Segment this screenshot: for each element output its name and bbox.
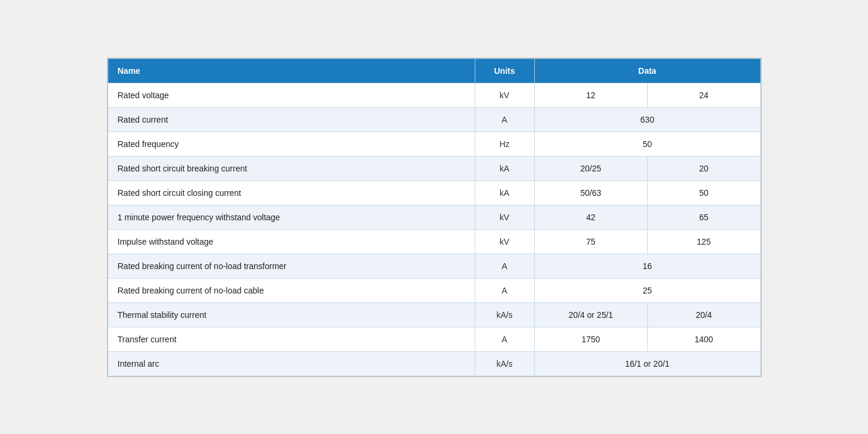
table-row: Rated short circuit breaking currentkA20… [108, 156, 760, 180]
table-row: Rated frequencyHz50 [108, 132, 760, 156]
row-units: A [475, 278, 534, 302]
row-data-right: 1400 [647, 327, 760, 351]
table-row: Rated breaking current of no-load transf… [108, 254, 760, 278]
row-units: kA/s [475, 351, 534, 376]
row-name: Rated frequency [108, 132, 475, 156]
row-data-left: 12 [534, 83, 647, 107]
row-name: Rated short circuit breaking current [108, 156, 475, 180]
header-data: Data [534, 58, 760, 83]
row-data-right: 20/4 [647, 302, 760, 327]
row-data-left: 42 [534, 205, 647, 229]
row-data-right: 50 [647, 180, 760, 205]
row-data-full: 630 [534, 107, 760, 132]
row-units: kV [475, 229, 534, 254]
table-row: Thermal stability currentkA/s20/4 or 25/… [108, 302, 760, 327]
row-data-right: 20 [647, 156, 760, 180]
row-name: Rated current [108, 107, 475, 132]
row-name: Internal arc [108, 351, 475, 376]
row-data-right: 65 [647, 205, 760, 229]
row-data-full: 16 [534, 254, 760, 278]
row-data-right: 125 [647, 229, 760, 254]
row-data-left: 1750 [534, 327, 647, 351]
table-row: Impulse withstand voltagekV75125 [108, 229, 760, 254]
row-name: Thermal stability current [108, 302, 475, 327]
row-data-left: 20/4 or 25/1 [534, 302, 647, 327]
row-units: A [475, 107, 534, 132]
row-data-right: 24 [647, 83, 760, 107]
row-data-left: 75 [534, 229, 647, 254]
row-units: A [475, 327, 534, 351]
row-data-left: 50/63 [534, 180, 647, 205]
table-row: Transfer currentA17501400 [108, 327, 760, 351]
row-data-full: 25 [534, 278, 760, 302]
table-row: Rated voltagekV1224 [108, 83, 760, 107]
row-units: kA/s [475, 302, 534, 327]
row-name: 1 minute power frequency withstand volta… [108, 205, 475, 229]
row-name: Rated breaking current of no-load cable [108, 278, 475, 302]
table-row: Rated currentA630 [108, 107, 760, 132]
table-row: Internal arckA/s16/1 or 20/1 [108, 351, 760, 376]
row-name: Transfer current [108, 327, 475, 351]
table-row: 1 minute power frequency withstand volta… [108, 205, 760, 229]
row-units: kV [475, 205, 534, 229]
header-name: Name [108, 58, 475, 83]
table-row: Rated short circuit closing currentkA50/… [108, 180, 760, 205]
header-units: Units [475, 58, 534, 83]
row-name: Rated voltage [108, 83, 475, 107]
table-row: Rated breaking current of no-load cableA… [108, 278, 760, 302]
row-name: Rated short circuit closing current [108, 180, 475, 205]
row-name: Rated breaking current of no-load transf… [108, 254, 475, 278]
row-units: Hz [475, 132, 534, 156]
row-units: kA [475, 180, 534, 205]
row-units: kA [475, 156, 534, 180]
row-units: A [475, 254, 534, 278]
row-data-full: 50 [534, 132, 760, 156]
specs-table: Name Units Data Rated voltagekV1224Rated… [107, 58, 762, 377]
table-header-row: Name Units Data [108, 58, 760, 83]
row-data-full: 16/1 or 20/1 [534, 351, 760, 376]
row-name: Impulse withstand voltage [108, 229, 475, 254]
row-data-left: 20/25 [534, 156, 647, 180]
row-units: kV [475, 83, 534, 107]
